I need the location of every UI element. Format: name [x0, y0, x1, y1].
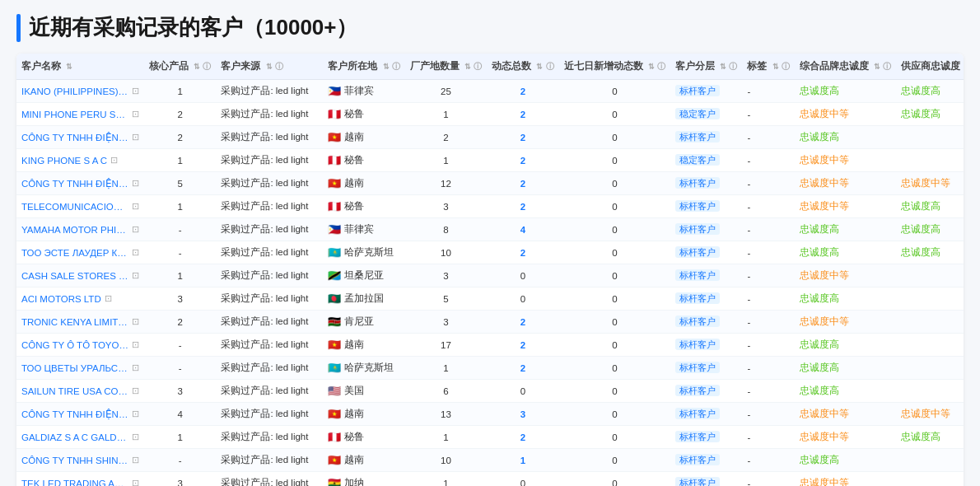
copy-icon[interactable]: ⊡: [132, 362, 139, 373]
copy-icon[interactable]: ⊡: [132, 386, 139, 396]
copy-icon[interactable]: ⊡: [132, 178, 139, 189]
sort-icon-warehouse: ⇅: [464, 63, 471, 71]
cell-warehouse: 10: [405, 449, 487, 472]
country-name: 越南: [344, 408, 364, 420]
segment-tag: 标杆客户: [675, 85, 720, 96]
cell-new7days: 0: [559, 449, 670, 472]
cell-new7days: 0: [559, 149, 670, 172]
flag-icon: 🇰🇪: [328, 315, 341, 328]
col-total-orders[interactable]: 动态总数 ⇅ ⓘ: [487, 54, 558, 80]
page-container: 近期有采购记录的客户（10000+） 客户名称 ⇅ 核心产品 ⇅ ⓘ 客户来源: [0, 0, 980, 486]
cell-name[interactable]: TEK LED TRADING AND MANUF… ⊡: [16, 472, 144, 487]
table-row: TELECOMUNICACIONES VALLE … ⊡ 1 采购过产品: le…: [16, 195, 964, 218]
cell-segment: 标杆客户: [670, 403, 742, 426]
cell-location: 🇰🇿 哈萨克斯坦: [323, 241, 404, 264]
cell-loyalty: 忠诚度中等: [795, 426, 896, 449]
cell-new7days: 0: [559, 357, 670, 380]
cell-location: 🇻🇳 越南: [323, 449, 404, 472]
cell-name[interactable]: TELECOMUNICACIONES VALLE … ⊡: [16, 195, 144, 218]
cell-warehouse: 3: [405, 311, 487, 334]
col-name[interactable]: 客户名称 ⇅: [16, 54, 144, 80]
cell-source: 采购过产品: led light: [216, 426, 323, 449]
cell-warehouse: 3: [405, 195, 487, 218]
cell-name[interactable]: TRONIC KENYA LIMITED ⊡: [16, 311, 144, 334]
cell-warehouse: 12: [405, 172, 487, 195]
copy-icon[interactable]: ⊡: [110, 155, 118, 166]
cell-name[interactable]: CASH SALE STORES LTD. ⊡: [16, 264, 144, 287]
col-new7days[interactable]: 近七日新增动态数 ⇅ ⓘ: [559, 54, 670, 80]
cell-name[interactable]: CÔNG TY TNHH ĐIỆN TỬ SAMS… ⊡: [16, 172, 144, 195]
cell-name[interactable]: KING PHONE S A C ⊡: [16, 149, 144, 172]
copy-icon[interactable]: ⊡: [132, 86, 139, 96]
copy-icon[interactable]: ⊡: [132, 109, 139, 119]
segment-tag: 标杆客户: [675, 454, 720, 465]
flag-icon: 🇻🇳: [328, 177, 341, 189]
col-warehouse[interactable]: 厂产地数量 ⇅ ⓘ: [405, 54, 487, 80]
cell-loyalty: 忠诚度中等: [795, 172, 896, 195]
cell-name[interactable]: SAILUN TIRE USA CORP ⊡: [16, 380, 144, 403]
cell-location: 🇺🇸 美国: [323, 380, 404, 403]
cell-name[interactable]: ТОО ЦВЕТЫ УРАЛЬСКА ⊡: [16, 357, 144, 380]
copy-icon[interactable]: ⊡: [132, 270, 139, 281]
copy-icon[interactable]: ⊡: [132, 201, 139, 212]
country-name: 美国: [344, 385, 364, 397]
flag-icon: 🇵🇪: [328, 108, 341, 120]
cell-source: 采购过产品: led light: [216, 103, 323, 126]
copy-icon[interactable]: ⊡: [132, 409, 139, 419]
cell-name[interactable]: GALDIAZ S A C GALDIAZ ⊡: [16, 426, 144, 449]
cell-name[interactable]: IKANO (PHILIPPINES) INC ⊡: [16, 80, 144, 103]
copy-icon[interactable]: ⊡: [132, 247, 139, 258]
col-tag[interactable]: 标签 ⇅ ⓘ: [742, 54, 794, 80]
copy-icon[interactable]: ⊡: [132, 316, 139, 327]
copy-icon[interactable]: ⊡: [132, 132, 139, 143]
cell-name[interactable]: MINI PHONE PERU SAC ⊡: [16, 103, 144, 126]
cell-new7days: 0: [559, 287, 670, 311]
cell-source: 采购过产品: led light: [216, 472, 323, 487]
info-icon-segment: ⓘ: [729, 62, 737, 71]
col-source[interactable]: 客户来源 ⇅ ⓘ: [216, 54, 323, 80]
cell-name[interactable]: CÔNG TY TNHH ĐIỆN TỬ SNC … ⊡: [16, 126, 144, 149]
cell-location: 🇻🇳 越南: [323, 172, 404, 195]
copy-icon[interactable]: ⊡: [132, 455, 139, 465]
cell-name[interactable]: CÔNG TY TNHH ĐIỆN STANLEY… ⊡: [16, 403, 144, 426]
country-name: 越南: [344, 339, 364, 351]
copy-icon[interactable]: ⊡: [132, 224, 139, 235]
cell-new7days: 0: [559, 172, 670, 195]
cell-name[interactable]: CÔNG TY Ô TÔ TOYOTA VIỆT N… ⊡: [16, 334, 144, 357]
cell-tag: -: [742, 311, 794, 334]
country-name: 菲律宾: [344, 223, 374, 236]
cell-warehouse: 13: [405, 403, 487, 426]
col-location[interactable]: 客户所在地 ⇅ ⓘ: [323, 54, 404, 80]
col-loyalty[interactable]: 综合品牌忠诚度 ⇅ ⓘ: [795, 54, 896, 80]
cell-source: 采购过产品: led light: [216, 287, 323, 311]
cell-segment: 标杆客户: [670, 80, 742, 103]
cell-segment: 标杆客户: [670, 218, 742, 241]
cell-location: 🇧🇩 孟加拉国: [323, 287, 404, 311]
copy-icon[interactable]: ⊡: [132, 432, 139, 442]
cell-name[interactable]: CÔNG TY TNHH SHINDENGEN … ⊡: [16, 449, 144, 472]
cell-total-orders: 3: [487, 403, 558, 426]
cell-core-product: 4: [144, 403, 216, 426]
cell-warehouse: 1: [405, 357, 487, 380]
copy-icon[interactable]: ⊡: [132, 478, 139, 486]
copy-icon[interactable]: ⊡: [105, 293, 112, 304]
col-segment[interactable]: 客户分层 ⇅ ⓘ: [670, 54, 742, 80]
country-name: 哈萨克斯坦: [344, 246, 394, 259]
cell-total-orders: 0: [487, 287, 558, 311]
cell-name[interactable]: YAMAHA MOTOR PHILIPPINES I… ⊡: [16, 218, 144, 241]
cell-total-orders: 2: [487, 172, 558, 195]
cell-name[interactable]: ACI MOTORS LTD ⊡: [16, 287, 144, 311]
cell-new7days: 0: [559, 241, 670, 264]
col-core-product[interactable]: 核心产品 ⇅ ⓘ: [144, 54, 216, 80]
segment-tag: 标杆客户: [675, 292, 720, 304]
cell-loyalty: 忠诚度中等: [795, 195, 896, 218]
cell-tag: -: [742, 287, 794, 311]
table-body: IKANO (PHILIPPINES) INC ⊡ 1 采购过产品: led l…: [16, 80, 964, 487]
cell-supplier-loyalty: [896, 264, 964, 287]
cell-name[interactable]: ТОО ЭСТЕ ЛАУДЕР КАЗАХСТАН ⊡: [16, 241, 144, 264]
col-supplier-loyalty[interactable]: 供应商忠诚度 ⇅ ⓘ: [896, 54, 964, 80]
copy-icon[interactable]: ⊡: [132, 339, 139, 350]
cell-segment: 标杆客户: [670, 472, 742, 487]
cell-tag: -: [742, 472, 794, 487]
cell-location: 🇹🇿 坦桑尼亚: [323, 264, 404, 287]
